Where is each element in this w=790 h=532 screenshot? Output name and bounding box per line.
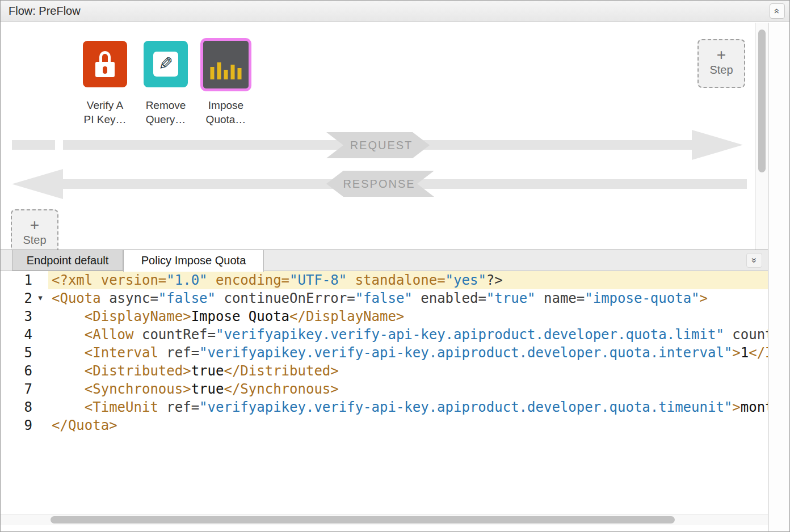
token-tag: </DisplayName> xyxy=(289,309,404,324)
token-str: "verifyapikey.verify-api-key.apiproduct.… xyxy=(216,327,724,343)
add-step-button-bottom-left[interactable]: + Step xyxy=(11,209,58,250)
policy-verify-api-key[interactable] xyxy=(83,41,127,87)
tab-policy-impose-quota[interactable]: Policy Impose Quota xyxy=(123,250,264,272)
add-step-label: Step xyxy=(699,64,744,77)
fold-spacer xyxy=(32,271,48,289)
code-text[interactable]: <Quota async="false" continueOnError="fa… xyxy=(48,289,768,307)
code-text[interactable]: <Allow countRef="verifyapikey.verify-api… xyxy=(48,326,768,344)
token-str: "UTF-8" xyxy=(289,272,347,288)
token-plain: ?> xyxy=(486,272,503,288)
policy-label-line: Remove xyxy=(132,98,200,112)
flow-canvas: ✎ Verify A PI Key… Remove Query… Impose … xyxy=(1,23,755,250)
gutter-cell: 6 xyxy=(1,362,48,380)
add-step-button-top-right[interactable]: + Step xyxy=(697,39,745,88)
gutter-cell: 4 xyxy=(1,326,48,344)
vertical-scrollbar-thumb[interactable] xyxy=(758,29,766,172)
flow-vertical-scrollbar[interactable] xyxy=(755,23,768,250)
token-tag: <Distributed> xyxy=(85,363,191,379)
code-line[interactable]: 8 <TimeUnit ref="verifyapikey.verify-api… xyxy=(1,398,768,416)
code-text[interactable]: <Interval ref="verifyapikey.verify-api-k… xyxy=(48,344,768,362)
code-line[interactable]: 1<?xml version="1.0" encoding="UTF-8" st… xyxy=(1,271,768,289)
policy-label-impose-quota: Impose Quota… xyxy=(192,98,260,126)
line-number: 5 xyxy=(1,344,32,362)
lock-shackle xyxy=(99,51,111,63)
fold-spacer xyxy=(32,380,48,398)
line-number: 8 xyxy=(1,398,32,416)
code-line[interactable]: 9</Quota> xyxy=(1,416,768,434)
gutter-cell: 8 xyxy=(1,398,48,416)
token-tag: </Quota> xyxy=(52,417,117,433)
flow-panel-title: Flow: PreFlow xyxy=(9,1,81,22)
token-text: mont xyxy=(741,399,768,415)
code-text[interactable]: <Distributed>true</Distributed> xyxy=(48,362,768,380)
code-line[interactable]: 6 <Distributed>true</Distributed> xyxy=(1,362,768,380)
policy-impose-quota-selected[interactable] xyxy=(200,38,251,91)
gutter-cell: 2▾ xyxy=(1,289,48,307)
token-attr: continueOnError= xyxy=(216,290,355,306)
policy-label-line: Query… xyxy=(132,112,200,126)
code-line[interactable]: 4 <Allow countRef="verifyapikey.verify-a… xyxy=(1,326,768,344)
fold-spacer xyxy=(32,398,48,416)
token-plain xyxy=(52,363,85,379)
lock-icon xyxy=(95,51,115,77)
policy-label-remove-query: Remove Query… xyxy=(132,98,200,126)
code-text[interactable]: <?xml version="1.0" encoding="UTF-8" sta… xyxy=(48,271,768,289)
token-str: "true" xyxy=(486,290,536,306)
add-step-label: Step xyxy=(12,234,57,247)
request-arrowhead-icon xyxy=(692,130,743,160)
fold-spacer xyxy=(32,307,48,326)
code-line[interactable]: 5 <Interval ref="verifyapikey.verify-api… xyxy=(1,344,768,362)
tab-endpoint-default[interactable]: Endpoint default xyxy=(12,250,123,271)
line-number: 3 xyxy=(1,307,32,326)
token-tag: <Synchronous> xyxy=(85,381,191,397)
quota-bars-icon xyxy=(211,62,242,79)
gutter-cell: 1 xyxy=(1,271,48,289)
token-plain xyxy=(52,381,85,397)
quota-bar xyxy=(217,62,221,79)
token-tag: </Synchronous> xyxy=(224,381,338,397)
chevron-double-down-icon: » xyxy=(747,257,761,263)
token-tag: </Distributed> xyxy=(224,363,338,379)
token-str: "verifyapikey.verify-api-key.apiproduct.… xyxy=(199,399,732,415)
apigee-flow-editor-window: Flow: PreFlow « ✎ xyxy=(0,0,790,532)
collapse-editor-panel-button[interactable]: » xyxy=(746,253,762,268)
token-attr: name= xyxy=(536,290,585,306)
code-editor[interactable]: 1<?xml version="1.0" encoding="UTF-8" st… xyxy=(1,271,768,532)
code-text[interactable]: </Quota> xyxy=(48,416,768,434)
horizontal-scrollbar-thumb[interactable] xyxy=(51,516,675,523)
token-tag: <Quota xyxy=(52,290,101,306)
gutter-cell: 9 xyxy=(1,416,48,434)
code-text[interactable]: <Synchronous>true</Synchronous> xyxy=(48,380,768,398)
code-line[interactable]: 7 <Synchronous>true</Synchronous> xyxy=(1,380,768,398)
token-text: Impose Quota xyxy=(191,309,289,324)
token-attr: enabled= xyxy=(413,290,486,306)
token-tag: > xyxy=(732,399,740,415)
token-plain xyxy=(52,399,85,415)
code-text[interactable]: <DisplayName>Impose Quota</DisplayName> xyxy=(48,307,768,326)
flow-panel-header: Flow: PreFlow « xyxy=(1,1,789,22)
fold-spacer xyxy=(32,416,48,434)
token-tag: > xyxy=(732,345,740,361)
line-number: 1 xyxy=(1,271,32,289)
plus-icon: + xyxy=(699,47,744,64)
token-attr: count xyxy=(724,327,768,343)
quota-bar xyxy=(238,68,242,79)
code-text[interactable]: <TimeUnit ref="verifyapikey.verify-api-k… xyxy=(48,398,768,416)
line-number: 4 xyxy=(1,326,32,344)
editor-horizontal-scrollbar[interactable] xyxy=(1,514,768,525)
policy-remove-query-param[interactable]: ✎ xyxy=(144,41,188,87)
token-plain xyxy=(52,345,85,361)
token-tag: > xyxy=(700,290,708,306)
token-tag: <?xml version= xyxy=(52,272,166,288)
token-plain xyxy=(52,309,85,324)
code-line[interactable]: 2▾<Quota async="false" continueOnError="… xyxy=(1,289,768,307)
token-text: true xyxy=(191,363,224,379)
fold-arrow-icon[interactable]: ▾ xyxy=(32,289,48,307)
token-tag: <TimeUnit xyxy=(85,399,158,415)
fold-spacer xyxy=(32,326,48,344)
response-arrowhead-icon xyxy=(12,169,63,199)
quota-bar xyxy=(211,67,215,79)
fold-spacer xyxy=(32,362,48,380)
collapse-flow-panel-button[interactable]: « xyxy=(770,3,785,19)
code-line[interactable]: 3 <DisplayName>Impose Quota</DisplayName… xyxy=(1,307,768,326)
